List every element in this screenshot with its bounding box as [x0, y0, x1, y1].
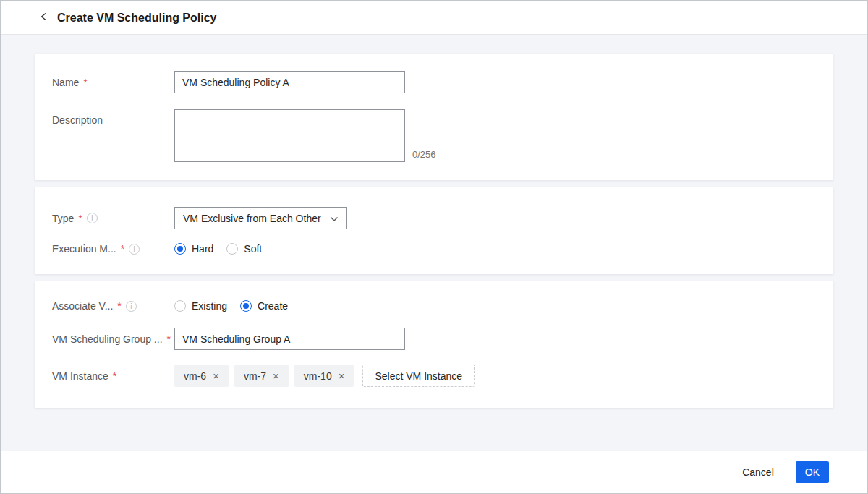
required-mark: * — [121, 243, 124, 255]
char-counter: 0/256 — [412, 149, 436, 162]
type-select[interactable]: VM Exclusive from Each Other — [174, 207, 347, 229]
vm-instance-tags: vm-6 × vm-7 × vm-10 × Select VM Instance — [174, 365, 475, 387]
page-header: Create VM Scheduling Policy — [1, 1, 867, 35]
radio-create[interactable]: Create — [240, 300, 288, 312]
radio-unselected-icon — [174, 300, 186, 312]
back-button[interactable] — [39, 12, 49, 24]
ok-button[interactable]: OK — [796, 461, 829, 483]
vm-instance-label: VM Instance * — [52, 370, 174, 382]
close-icon[interactable]: × — [339, 370, 345, 381]
associate-radio-group: Existing Create — [174, 300, 288, 312]
description-textarea[interactable] — [174, 109, 405, 162]
required-mark: * — [83, 77, 87, 88]
close-icon[interactable]: × — [273, 370, 279, 381]
associate-group-card: Associate V... * Existing Create — [35, 281, 833, 408]
type-select-value: VM Exclusive from Each Other — [183, 213, 321, 224]
required-mark: * — [117, 300, 121, 312]
radio-selected-icon — [174, 243, 186, 255]
cancel-button[interactable]: Cancel — [742, 467, 774, 478]
create-vm-scheduling-policy-page: Create VM Scheduling Policy Name * Descr… — [0, 0, 868, 494]
execution-mode-row: Execution M... * Hard Soft — [52, 243, 816, 255]
chevron-left-icon — [39, 12, 49, 24]
policy-type-card: Type * VM Exclusive from Each Other Exec… — [35, 187, 833, 274]
vm-tag: vm-10 × — [294, 365, 354, 387]
page-footer: Cancel OK — [1, 451, 867, 493]
description-field-wrap: 0/256 — [174, 109, 436, 162]
name-label: Name * — [52, 77, 174, 88]
info-icon[interactable] — [129, 244, 140, 255]
execution-mode-radio-group: Hard Soft — [174, 243, 262, 255]
type-label: Type * — [52, 213, 174, 224]
basic-info-card: Name * Description 0/256 — [35, 54, 833, 180]
info-icon[interactable] — [126, 301, 137, 312]
group-name-input[interactable] — [174, 328, 405, 350]
form-body: Name * Description 0/256 Type * — [1, 35, 867, 451]
vm-tag: vm-7 × — [234, 365, 289, 387]
radio-existing[interactable]: Existing — [174, 300, 227, 312]
page-title: Create VM Scheduling Policy — [57, 12, 217, 25]
associate-label: Associate V... * — [52, 300, 174, 312]
radio-selected-icon — [240, 300, 252, 312]
required-mark: * — [167, 333, 171, 345]
radio-soft[interactable]: Soft — [226, 243, 262, 255]
radio-hard[interactable]: Hard — [174, 243, 213, 255]
execution-mode-label: Execution M... * — [52, 243, 174, 255]
required-mark: * — [113, 370, 116, 382]
required-mark: * — [78, 213, 82, 224]
type-row: Type * VM Exclusive from Each Other — [52, 207, 816, 229]
radio-unselected-icon — [226, 243, 238, 255]
vm-instance-row: VM Instance * vm-6 × vm-7 × vm-10 × — [52, 365, 816, 387]
select-vm-instance-button[interactable]: Select VM Instance — [362, 365, 475, 387]
description-row: Description 0/256 — [52, 109, 816, 162]
name-input[interactable] — [174, 71, 405, 93]
group-name-row: VM Scheduling Group ... * — [52, 328, 816, 350]
associate-row: Associate V... * Existing Create — [52, 300, 816, 312]
name-row: Name * — [52, 71, 816, 93]
close-icon[interactable]: × — [213, 370, 219, 381]
chevron-down-icon — [330, 213, 339, 224]
info-icon[interactable] — [87, 213, 98, 223]
vm-tag: vm-6 × — [174, 365, 229, 387]
description-label: Description — [52, 109, 174, 126]
group-name-label: VM Scheduling Group ... * — [52, 333, 174, 345]
